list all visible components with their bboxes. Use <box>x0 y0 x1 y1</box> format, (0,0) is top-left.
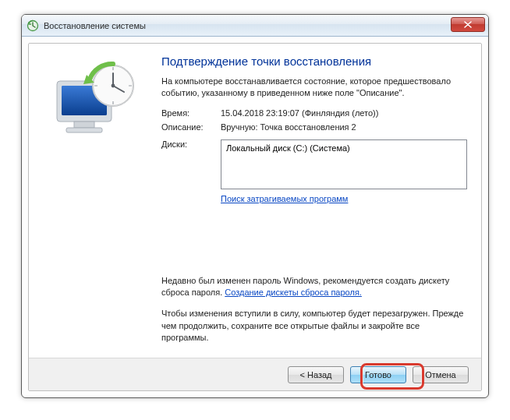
system-restore-icon <box>27 19 39 32</box>
main-pane: Подтверждение точки восстановления На ко… <box>158 44 481 358</box>
disks-row: Диски: Локальный диск (C:) (Система) <box>161 139 467 189</box>
description-value: Вручную: Точка восстановления 2 <box>221 122 467 132</box>
notes-area: Недавно был изменен пароль Windows, реко… <box>161 275 467 344</box>
password-note: Недавно был изменен пароль Windows, реко… <box>161 275 467 299</box>
wizard-footer: < Назад Готово Отмена <box>29 358 481 390</box>
disks-listbox[interactable]: Локальный диск (C:) (Система) <box>221 139 467 189</box>
create-password-reset-disk-link[interactable]: Создание дискеты сброса пароля. <box>225 288 362 297</box>
scan-link-row: Поиск затрагиваемых программ <box>161 194 467 203</box>
time-row: Время: 15.04.2018 23:19:07 (Финляндия (л… <box>161 108 467 118</box>
page-heading: Подтверждение точки восстановления <box>161 55 467 68</box>
restart-note: Чтобы изменения вступили в силу, компьют… <box>161 308 467 344</box>
restore-illustration <box>43 59 144 145</box>
intro-text: На компьютере восстанавливается состояни… <box>161 76 467 99</box>
disks-label: Диски: <box>161 139 221 149</box>
scan-affected-programs-link[interactable]: Поиск затрагиваемых программ <box>221 194 348 203</box>
svg-point-14 <box>112 84 115 88</box>
svg-rect-5 <box>66 128 102 132</box>
window-title: Восстановление системы <box>44 21 146 30</box>
time-value: 15.04.2018 23:19:07 (Финляндия (лето)) <box>221 108 467 118</box>
titlebar: Восстановление системы <box>22 15 488 37</box>
content-area: Подтверждение точки восстановления На ко… <box>29 44 481 358</box>
finish-button[interactable]: Готово <box>350 366 406 383</box>
close-button[interactable] <box>451 17 485 32</box>
close-icon <box>464 21 472 28</box>
disk-item: Локальный диск (C:) (Система) <box>226 143 462 153</box>
svg-rect-4 <box>74 122 94 128</box>
description-row: Описание: Вручную: Точка восстановления … <box>161 122 467 132</box>
time-label: Время: <box>161 108 221 118</box>
illustration-pane <box>29 44 158 358</box>
cancel-button[interactable]: Отмена <box>413 366 469 383</box>
wizard-body: Подтверждение точки восстановления На ко… <box>28 43 482 391</box>
back-button[interactable]: < Назад <box>288 366 344 383</box>
wizard-window: Восстановление системы <box>21 14 489 398</box>
description-label: Описание: <box>161 122 221 132</box>
